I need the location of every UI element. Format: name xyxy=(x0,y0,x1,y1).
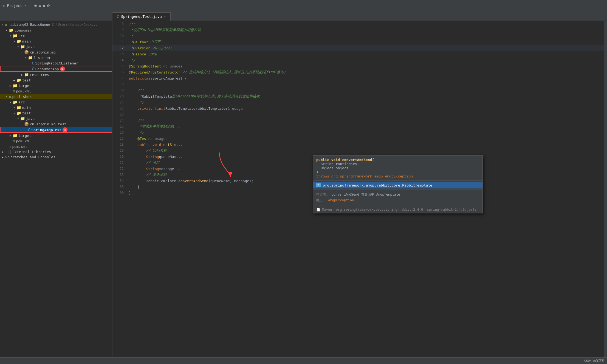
popup-param1: String routingKey, xyxy=(316,162,359,166)
tree-consumer-test[interactable]: ▶ 📁 test xyxy=(0,77,112,83)
main-layout: ▾ ▪ rabbitmq02-BasicQueue C:\Users\lenov… xyxy=(0,21,607,357)
folder-icon-listener: 📁 xyxy=(28,55,33,60)
tree-publisher-java-label: java xyxy=(26,117,35,121)
popup-item-selected[interactable]: C org.springframework.amqp.rabbit.core.R… xyxy=(313,182,482,188)
folder-icon-test: 📁 xyxy=(16,78,21,82)
tree-publisher-src[interactable]: ▾ 📁 src xyxy=(0,99,112,105)
ln-16: 16 xyxy=(112,69,126,75)
token-9b: 使用SpringAMQP实现简单模型的消息发送 xyxy=(133,27,201,32)
token-22c: rabbitTemplate; xyxy=(196,106,228,111)
tree-publisher-pkg[interactable]: ▾ 📦 cn.aopmin.mq.test xyxy=(0,121,112,127)
tree-publisher-main[interactable]: ▾ 📁 main xyxy=(0,105,112,110)
tree-ext-libs-label: External Libraries xyxy=(12,150,51,154)
token-22a: private final xyxy=(129,106,165,111)
ln-34: 34 xyxy=(112,178,126,184)
code-line-19: /** xyxy=(126,87,604,93)
token-19: /** xyxy=(129,88,144,92)
popup-item-label: org.springframework.amqp.rabbit.core.Rab… xyxy=(323,183,432,187)
token-9a: * xyxy=(129,28,133,32)
token-24: /** xyxy=(129,118,144,123)
tree-consumer[interactable]: ▾ 📁 consumer xyxy=(0,27,112,33)
code-line-18 xyxy=(126,81,604,87)
folder-icon-resources: 📁 xyxy=(24,72,29,77)
specifier-value: convertAndSend 在界面中 AmqpTemplate xyxy=(331,193,400,196)
editor-area: 8 9 10 11 12 13 14 15 16 17 18 19 20 21 … xyxy=(112,21,607,357)
tab-springamqptest[interactable]: C SpringAmqpTest.java × xyxy=(112,12,171,21)
popup-info-specifier: 指定者： convertAndSend 在界面中 AmqpTemplate xyxy=(316,192,479,197)
token-15a: @SpringBootTest xyxy=(129,64,161,68)
token-12c: 2023/07/2 xyxy=(150,46,172,50)
code-line-15: 🌿 @SpringBootTest no usages xyxy=(126,63,604,69)
tree-resources[interactable]: ▶ 📁 resources xyxy=(0,72,112,77)
token-11b: @author xyxy=(133,40,148,44)
settings-icon[interactable]: ⚙ xyxy=(47,3,50,8)
tree-consumerapp[interactable]: ▶ C ConsumerApp ① xyxy=(0,66,112,72)
code-line-20: * RabbitTemplate 是SpringAMQP中的核心类,用于实现消息… xyxy=(126,93,604,99)
tree-root[interactable]: ▾ ▪ rabbitmq02-BasicQueue C:\Users\lenov… xyxy=(0,22,112,27)
project-label[interactable]: Project xyxy=(7,4,22,8)
ln-9: 9 xyxy=(112,27,126,33)
token-15b: no usages xyxy=(161,64,182,68)
ln-24: 24 xyxy=(112,117,126,123)
tree-publisher-test[interactable]: ▾ 📁 test xyxy=(0,110,112,116)
tree-consumer-main-label: main xyxy=(22,39,31,43)
throws-value: AmqpException xyxy=(328,198,354,202)
token-13c: JDK8 xyxy=(146,52,157,56)
tree-consumer-java[interactable]: ▾ 📁 java xyxy=(0,44,112,49)
tree-scratches[interactable]: ▶ ✎ Scratches and Consoles xyxy=(0,154,112,160)
code-editor[interactable]: ▾ /** * 使用SpringAMQP实现简单模型的消息发送 * 💡 * @a xyxy=(126,21,604,357)
tree-publisher-target[interactable]: ▶ 📁 target xyxy=(0,133,112,138)
tree-publisher-target-label: target xyxy=(18,134,31,138)
status-bar: CSDN @白豆五 xyxy=(0,357,607,364)
tree-springrabbitlistener[interactable]: ▶ C SpringRabbitListener xyxy=(0,60,112,66)
project-icon: ▪ xyxy=(3,4,5,8)
folder-icon-target-consumer: 📁 xyxy=(13,83,17,88)
ln-29: 29 xyxy=(112,148,126,154)
tree-consumer-target[interactable]: ▶ 📁 target xyxy=(0,83,112,88)
token-21: */ xyxy=(129,100,144,105)
ln-15: 15 xyxy=(112,63,126,69)
token-17c: SpringAmqpTest { xyxy=(153,76,187,80)
tree-consumer-src[interactable]: ▾ 📁 src xyxy=(0,33,112,38)
tree-springamqptest[interactable]: ▶ C SpringAmqpTest ② xyxy=(0,127,112,133)
tree-root-pom-label: pom.xml xyxy=(12,145,27,149)
tree-publisher-src-label: src xyxy=(18,100,25,104)
code-line-13: * @since JDK8 xyxy=(126,51,604,57)
tree-springamqptest-label: SpringAmqpTest xyxy=(31,128,61,132)
tree-consumer-main[interactable]: ▾ 📁 main xyxy=(0,38,112,44)
tree-consumer-label: consumer xyxy=(15,28,32,32)
token-16a: @RequiredArgsConstructor xyxy=(129,70,180,74)
tree-consumer-pkg[interactable]: ▾ 📦 cn.aopmin.mq xyxy=(0,49,112,55)
token-25a: * xyxy=(129,125,142,129)
tab-close-button[interactable]: × xyxy=(164,15,166,18)
minimize-icon[interactable]: — xyxy=(60,3,62,8)
line-numbers: 8 9 10 11 12 13 14 15 16 17 18 19 20 21 … xyxy=(112,21,126,357)
maven-icon: 📄 xyxy=(316,208,320,211)
tree-consumer-pom[interactable]: ▶ m pom.xml xyxy=(0,88,112,94)
sort-icon[interactable]: ⇅ xyxy=(43,3,46,8)
popup-header: public void convertAndSend( String routi… xyxy=(313,156,482,181)
compass-icon[interactable]: ⊕ xyxy=(34,3,37,8)
project-dropdown-arrow[interactable]: ▾ xyxy=(24,4,26,7)
tree-ext-libs[interactable]: ▶ ||| External Libraries xyxy=(0,149,112,154)
token-12a: * xyxy=(129,46,133,50)
structure-icon[interactable]: ≡ xyxy=(38,3,41,8)
tab-label: SpringAmqpTest.java xyxy=(121,15,162,19)
ln-11: 11 xyxy=(112,39,126,45)
autocomplete-popup[interactable]: public void convertAndSend( String routi… xyxy=(313,155,483,213)
tree-publisher-java[interactable]: ▾ 📁 java xyxy=(0,116,112,121)
tree-root-pom[interactable]: ▶ m pom.xml xyxy=(0,144,112,149)
tree-listener[interactable]: ▾ 📁 listener xyxy=(0,55,112,60)
tree-publisher[interactable]: ▾ ▪ publisher xyxy=(0,94,112,99)
status-text: CSDN @白豆五 xyxy=(584,359,604,363)
tree-consumer-pom-label: pom.xml xyxy=(16,89,31,93)
token-30c: ... xyxy=(176,155,182,159)
tree-publisher-pom[interactable]: ▶ m pom.xml xyxy=(0,138,112,144)
token-8: /** xyxy=(129,22,135,26)
ln-20: 20 xyxy=(112,93,126,99)
scrollbar[interactable] xyxy=(604,21,607,357)
popup-closing: ) xyxy=(316,170,318,174)
ln-21: 21 xyxy=(112,99,126,105)
tree-root-label: rabbitmq02-BasicQueue C:\Users\lenovo\De… xyxy=(8,23,97,27)
tree-publisher-label: publisher xyxy=(12,95,31,99)
